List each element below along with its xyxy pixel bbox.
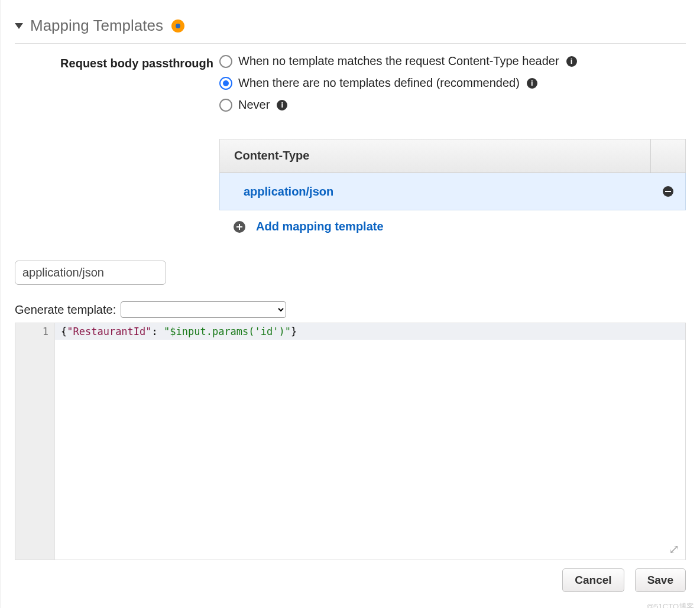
info-icon[interactable]: i: [527, 78, 537, 89]
collapse-toggle-icon[interactable]: [15, 23, 23, 29]
remove-template-button[interactable]: [651, 186, 685, 197]
cancel-button[interactable]: Cancel: [562, 568, 624, 592]
radio-label: When there are no templates defined (rec…: [238, 76, 520, 90]
code-body[interactable]: {"RestaurantId": "$input.params('id')"} …: [55, 323, 685, 560]
generate-template-label: Generate template:: [15, 303, 116, 317]
content-type-table: Content-Type application/json Add mappin…: [219, 139, 686, 233]
passthrough-option-no-templates[interactable]: When there are no templates defined (rec…: [219, 76, 686, 90]
line-number: 1: [15, 326, 48, 337]
save-button[interactable]: Save: [635, 568, 686, 592]
code-editor[interactable]: 1 {"RestaurantId": "$input.params('id')"…: [15, 323, 686, 560]
generate-template-select[interactable]: [121, 301, 286, 318]
template-editor: application/json Generate template: 1 {"…: [15, 261, 686, 592]
radio-label: Never: [238, 98, 270, 112]
content-type-header: Content-Type: [220, 139, 650, 173]
watermark-text: @51CTO博客: [646, 602, 694, 608]
radio-label: When no template matches the request Con…: [238, 54, 559, 68]
plus-circle-icon: [234, 221, 245, 233]
code-token: "RestaurantId": [67, 326, 151, 337]
code-gutter: 1: [15, 323, 55, 560]
passthrough-label: Request body passthrough: [44, 54, 219, 70]
passthrough-option-no-match[interactable]: When no template matches the request Con…: [219, 54, 686, 68]
code-token: "$input.params('id')": [164, 326, 291, 337]
editor-actions: Cancel Save: [15, 568, 686, 592]
passthrough-row: Request body passthrough When no templat…: [15, 54, 686, 233]
resize-handle-icon[interactable]: ⤢: [669, 543, 682, 556]
add-mapping-template-label: Add mapping template: [256, 220, 384, 233]
section-title: Mapping Templates: [30, 17, 163, 35]
passthrough-option-never[interactable]: Never i: [219, 98, 686, 112]
content-type-value[interactable]: application/json: [220, 185, 651, 199]
code-token: {: [61, 326, 67, 337]
radio-icon[interactable]: [219, 99, 232, 112]
template-name-input[interactable]: application/json: [15, 261, 166, 285]
add-mapping-template-button[interactable]: Add mapping template: [219, 210, 686, 233]
info-icon[interactable]: i: [277, 100, 287, 110]
content-type-header-row: Content-Type: [219, 139, 686, 173]
section-header: Mapping Templates: [15, 17, 686, 44]
passthrough-options: When no template matches the request Con…: [219, 54, 686, 233]
minus-circle-icon: [663, 186, 673, 197]
radio-icon[interactable]: [219, 77, 232, 90]
generate-template-row: Generate template:: [15, 301, 686, 318]
content-type-actions-col: [650, 139, 685, 173]
code-token: }: [291, 326, 297, 337]
info-icon[interactable]: i: [566, 56, 577, 67]
code-line[interactable]: {"RestaurantId": "$input.params('id')"}: [55, 323, 685, 340]
content-type-row[interactable]: application/json: [219, 173, 686, 210]
code-token: :: [152, 326, 164, 337]
status-badge-icon: [171, 19, 184, 32]
radio-icon[interactable]: [219, 55, 232, 68]
